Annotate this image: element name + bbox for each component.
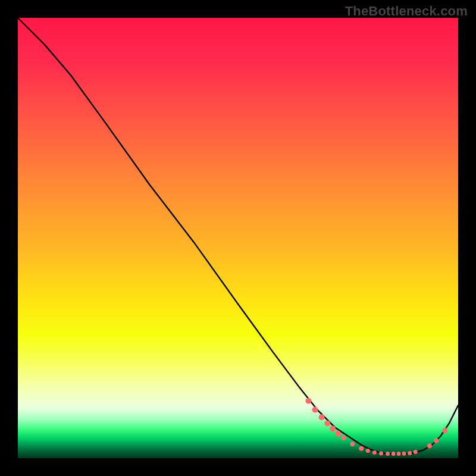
marker-dot: [312, 407, 318, 413]
marker-dot: [372, 450, 377, 455]
marker-dot: [330, 425, 336, 431]
plot-area: [18, 18, 458, 458]
marker-dot: [305, 398, 311, 404]
bottleneck-curve: [18, 18, 458, 454]
marker-dot: [442, 428, 447, 433]
marker-dot: [408, 451, 412, 455]
marker-dot: [335, 431, 341, 437]
marker-dot: [397, 452, 401, 456]
marker-dot: [319, 414, 325, 420]
marker-dot: [427, 443, 432, 448]
marker-dot: [342, 436, 346, 440]
marker-dot: [379, 451, 383, 455]
watermark-text: TheBottleneck.com: [345, 4, 468, 19]
marker-dot: [434, 438, 439, 443]
marker-dot: [386, 452, 390, 456]
marker-dot: [324, 421, 330, 427]
chart-frame: TheBottleneck.com: [0, 0, 476, 476]
marker-dot: [366, 449, 370, 453]
marker-dot: [392, 452, 396, 456]
marker-dot: [350, 441, 355, 446]
marker-dot: [414, 450, 418, 454]
curve-markers: [305, 398, 447, 456]
marker-dot: [359, 446, 364, 451]
marker-dot: [402, 452, 406, 456]
curve-layer: [18, 18, 458, 458]
